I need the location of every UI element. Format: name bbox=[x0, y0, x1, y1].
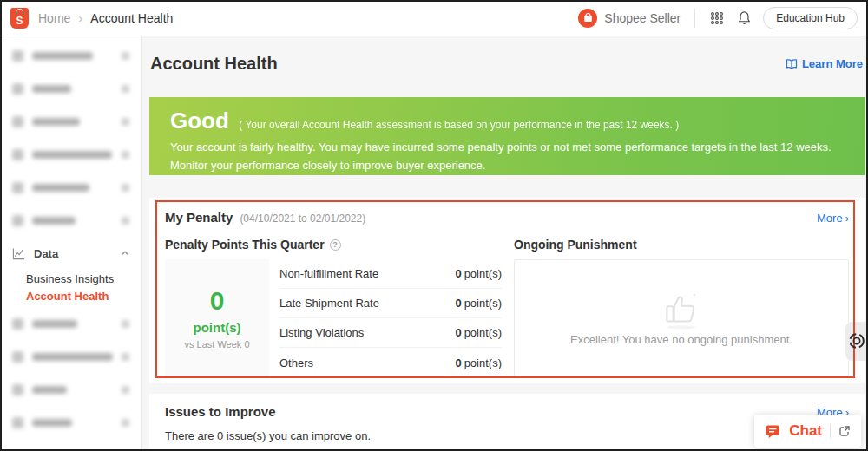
blurred-menu-label bbox=[32, 386, 67, 394]
sidebar-item-blurred[interactable] bbox=[0, 105, 141, 138]
sidebar-item-business-insights[interactable]: Business Insights bbox=[0, 270, 141, 287]
penalty-points-body: 0 point(s) vs Last Week 0 Non-fulfillmen… bbox=[165, 259, 502, 377]
blurred-menu-icon bbox=[12, 351, 23, 363]
my-penalty-more-link[interactable]: More › bbox=[817, 212, 849, 225]
blurred-menu-icon bbox=[12, 50, 23, 62]
issues-summary-text: There are 0 issue(s) you can improve on. bbox=[165, 429, 849, 442]
open-in-new-window-icon[interactable] bbox=[838, 425, 851, 437]
sidebar-item-blurred[interactable] bbox=[0, 373, 141, 406]
ongoing-punishment-empty-state: Excellent! You have no ongoing punishmen… bbox=[514, 259, 849, 377]
blurred-menu-label bbox=[32, 353, 113, 361]
row-label: Late Shipment Rate bbox=[279, 297, 379, 310]
table-row: Non-fulfillment Rate 0point(s) bbox=[279, 259, 502, 289]
row-value: 0point(s) bbox=[455, 297, 502, 310]
chat-widget[interactable]: Chat bbox=[754, 415, 861, 448]
apps-grid-icon[interactable] bbox=[709, 10, 725, 26]
page-header: Account Health Learn More bbox=[150, 54, 863, 74]
row-value: 0point(s) bbox=[455, 356, 502, 369]
sidebar-item-blurred[interactable] bbox=[0, 138, 141, 171]
chevron-right-icon: › bbox=[845, 212, 849, 225]
penalty-points-summary: 0 point(s) vs Last Week 0 bbox=[165, 259, 269, 377]
ongoing-punishment-section: Ongoing Punishment Excellent! You have n… bbox=[514, 238, 849, 377]
help-icon[interactable]: ? bbox=[330, 239, 341, 251]
chevron-up-icon bbox=[121, 249, 129, 258]
main-content: Account Health Learn More Good ( Your ov… bbox=[143, 36, 868, 451]
row-value-unit: point(s) bbox=[464, 267, 502, 280]
penalty-points-value: 0 bbox=[210, 288, 225, 314]
ongoing-punishment-heading: Ongoing Punishment bbox=[514, 238, 849, 252]
side-widget-tab[interactable] bbox=[845, 322, 868, 361]
sidebar-item-blurred[interactable] bbox=[0, 406, 141, 439]
sidebar-item-blurred[interactable] bbox=[0, 72, 141, 105]
blurred-menu-label bbox=[32, 118, 80, 126]
blurred-menu-label bbox=[32, 217, 76, 225]
my-penalty-period: (04/10/2021 to 02/01/2022) bbox=[240, 212, 365, 225]
chevron-down-icon bbox=[122, 217, 129, 225]
my-penalty-card: My Penalty (04/10/2021 to 02/01/2022) Mo… bbox=[149, 198, 865, 383]
shopee-seller-brand[interactable]: Shopee Seller bbox=[578, 9, 681, 28]
chevron-down-icon bbox=[122, 353, 129, 361]
table-row: Listing Violations 0point(s) bbox=[279, 318, 502, 348]
penalty-points-title: Penalty Points This Quarter bbox=[165, 238, 325, 252]
shopee-logo-icon[interactable]: S bbox=[10, 8, 29, 29]
breadcrumb-home[interactable]: Home bbox=[38, 11, 70, 25]
shopee-seller-logo-icon bbox=[578, 9, 597, 28]
chevron-down-icon bbox=[122, 184, 129, 192]
sidebar-item-blurred[interactable] bbox=[0, 171, 141, 204]
blurred-menu-label bbox=[32, 419, 72, 427]
chevron-down-icon bbox=[122, 151, 129, 159]
bell-icon[interactable] bbox=[736, 10, 752, 26]
top-bar-right: Shopee Seller Education Hub bbox=[578, 7, 858, 29]
account-health-status-banner: Good ( Your overall Account Health asses… bbox=[149, 97, 865, 175]
row-label: Others bbox=[279, 356, 313, 369]
blurred-menu-label bbox=[32, 85, 71, 93]
education-hub-button[interactable]: Education Hub bbox=[763, 7, 858, 29]
row-label: Listing Violations bbox=[279, 326, 364, 339]
blurred-menu-icon bbox=[12, 417, 23, 428]
sidebar-item-blurred[interactable] bbox=[0, 307, 141, 340]
row-value-unit: point(s) bbox=[464, 326, 502, 339]
shopee-logo-letter: S bbox=[16, 14, 23, 29]
row-value-unit: point(s) bbox=[464, 297, 502, 310]
sidebar-item-blurred[interactable] bbox=[0, 39, 141, 72]
blurred-menu-icon bbox=[12, 149, 23, 160]
sidebar-item-account-health[interactable]: Account Health bbox=[0, 287, 141, 304]
status-description: Your account is fairly healthy. You may … bbox=[170, 139, 845, 175]
penalty-breakdown-table: Non-fulfillment Rate 0point(s) Late Ship… bbox=[279, 259, 502, 377]
sidebar-item-data-label: Data bbox=[34, 247, 58, 260]
shopee-seller-label: Shopee Seller bbox=[604, 11, 681, 25]
learn-more-link[interactable]: Learn More bbox=[786, 57, 863, 70]
sidebar-item-blurred[interactable] bbox=[0, 204, 141, 237]
more-label: More bbox=[817, 212, 843, 225]
top-bar: S Home › Account Health Shopee Seller bbox=[0, 0, 868, 36]
row-value-number: 0 bbox=[455, 297, 461, 310]
penalty-points-heading: Penalty Points This Quarter ? bbox=[165, 238, 502, 252]
page-title: Account Health bbox=[150, 54, 278, 74]
blurred-menu-icon bbox=[12, 116, 23, 127]
penalty-points-unit: point(s) bbox=[194, 320, 241, 335]
chevron-down-icon bbox=[122, 320, 129, 328]
chat-bubble-icon bbox=[765, 424, 781, 439]
row-value: 0point(s) bbox=[455, 326, 502, 339]
blurred-menu-icon bbox=[12, 182, 23, 193]
table-row: Others 0point(s) bbox=[279, 348, 502, 377]
sidebar-item-data[interactable]: Data bbox=[0, 237, 141, 270]
blurred-menu-icon bbox=[12, 384, 23, 395]
chevron-down-icon bbox=[122, 52, 129, 60]
book-icon bbox=[786, 58, 798, 70]
status-note: ( Your overall Account Health assessment… bbox=[239, 119, 679, 131]
breadcrumb-current: Account Health bbox=[90, 11, 173, 25]
learn-more-label: Learn More bbox=[802, 57, 863, 70]
line-chart-icon bbox=[12, 247, 25, 260]
table-row: Late Shipment Rate 0point(s) bbox=[279, 289, 502, 318]
sidebar-item-blurred[interactable] bbox=[0, 340, 141, 373]
status-rating: Good bbox=[170, 108, 229, 134]
chevron-down-icon bbox=[122, 419, 129, 427]
blurred-menu-label bbox=[32, 52, 93, 60]
row-value-number: 0 bbox=[455, 267, 461, 280]
ongoing-punishment-empty-text: Excellent! You have no ongoing punishmen… bbox=[570, 333, 792, 346]
my-penalty-header: My Penalty (04/10/2021 to 02/01/2022) Mo… bbox=[165, 210, 849, 225]
chat-label: Chat bbox=[789, 422, 822, 440]
seller-center-window: S Home › Account Health Shopee Seller bbox=[0, 0, 868, 451]
blurred-menu-icon bbox=[12, 215, 23, 226]
